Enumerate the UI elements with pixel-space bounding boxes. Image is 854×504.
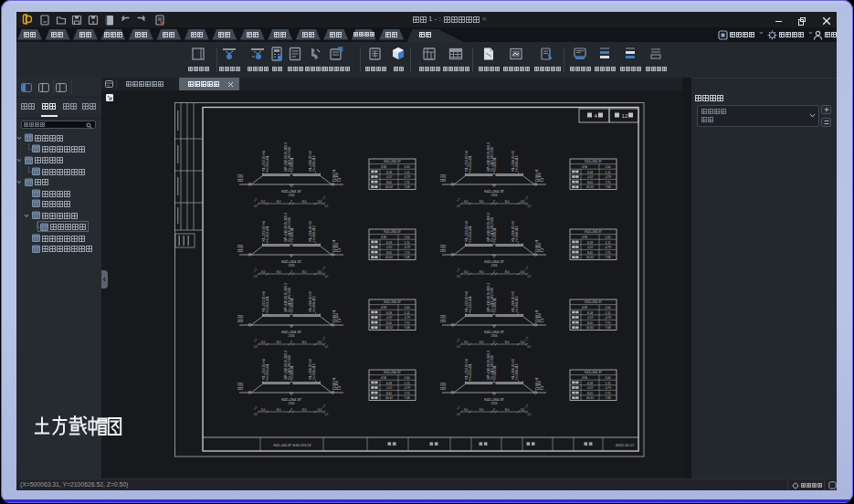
svg-text:4: 4 [595,112,598,119]
svg-text:K42+264.37~K43+374.19: K42+264.37~K43+374.19 [273,444,311,447]
svg-text:12: 12 [622,112,628,119]
svg-text:a: a [92,18,95,24]
svg-text:2022-10-17: 2022-10-17 [616,443,635,447]
